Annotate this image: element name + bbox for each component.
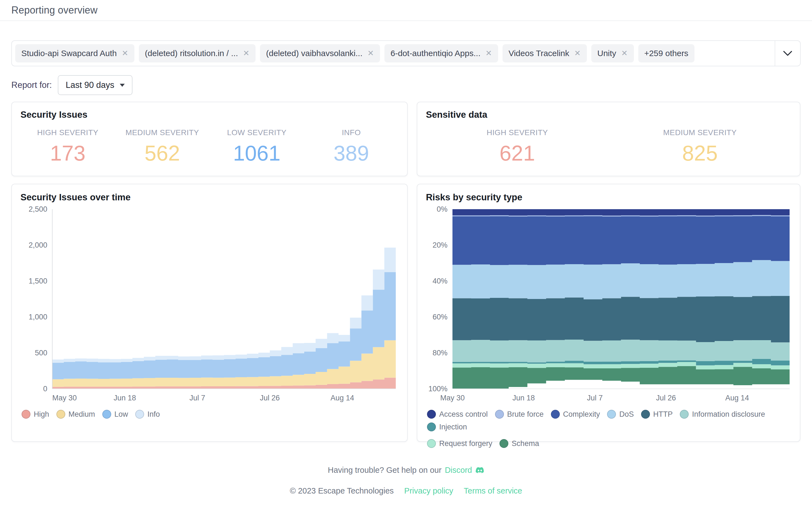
charts-row: Security Issues over time 05001,0001,500… [11,184,801,442]
legend-item-access-control[interactable]: Access control [427,410,488,419]
legend-item-http[interactable]: HTTP [641,410,673,419]
security-issues-over-time-chart[interactable]: 05001,0001,5002,0002,500May 30Jun 18Jul … [21,206,400,403]
stats-row: HIGH SEVERITY173MEDIUM SEVERITY562LOW SE… [21,122,399,165]
applications-multiselect[interactable]: Studio-api Swapcard Auth✕(deleted) ritso… [11,40,801,66]
legend-item-high[interactable]: High [22,410,49,419]
discord-icon [475,467,484,474]
stat-label: HIGH SEVERITY [21,128,115,137]
top-bar: Reporting overview [0,0,812,21]
legend-item-medium[interactable]: Medium [56,410,95,419]
stat-value: 825 [609,141,791,165]
legend-dot [427,422,436,431]
remove-chip-icon[interactable]: ✕ [621,49,627,57]
stat-high-severity: HIGH SEVERITY173 [21,122,115,165]
sensitive-data-card: Sensitive data HIGH SEVERITY621MEDIUM SE… [417,102,801,176]
expand-filters-button[interactable] [775,41,800,66]
legend-label: Information disclosure [692,410,765,419]
svg-text:2,000: 2,000 [29,241,47,249]
stat-label: HIGH SEVERITY [426,128,609,137]
legend-label: DoS [619,410,634,419]
svg-text:Jul 26: Jul 26 [260,394,280,402]
legend-item-low[interactable]: Low [102,410,128,419]
security-issues-card: Security Issues HIGH SEVERITY173MEDIUM S… [11,102,408,176]
svg-text:Aug 14: Aug 14 [331,394,354,402]
stat-high-severity: HIGH SEVERITY621 [426,122,609,165]
stat-cards-row: Security Issues HIGH SEVERITY173MEDIUM S… [11,102,801,176]
legend-label: Low [115,410,128,419]
legend-item-info[interactable]: Info [135,410,160,419]
filter-chip[interactable]: Unity✕ [591,44,634,63]
filter-chips: Studio-api Swapcard Auth✕(deleted) ritso… [15,44,694,63]
stat-info: INFO389 [304,122,399,165]
remove-chip-icon[interactable]: ✕ [574,49,581,57]
svg-text:2,500: 2,500 [29,206,47,213]
help-text: Having trouble? Get help on our [328,466,441,475]
svg-text:40%: 40% [433,277,447,285]
stat-label: MEDIUM SEVERITY [609,128,791,137]
filter-chip-label: (deleted) ritsolution.in / ... [145,48,238,58]
legend-dot [607,410,616,419]
stat-value: 389 [304,141,399,165]
legend-item-request-forgery[interactable]: Request forgery [427,439,492,448]
filter-chip[interactable]: Videos Tracelink✕ [502,44,587,63]
legend-item-information-disclosure[interactable]: Information disclosure [680,410,765,419]
legend-item-complexity[interactable]: Complexity [551,410,600,419]
severity-legend: HighMediumLowInfo [21,410,399,419]
svg-text:0%: 0% [437,206,447,213]
legend-dot [135,410,144,419]
filter-chip[interactable]: (deleted) vaibhavsolanki...✕ [260,44,380,63]
report-period-value: Last 90 days [66,80,114,90]
footer: Having trouble? Get help on our Discord … [11,466,801,509]
security-type-legend: Access controlBrute forceComplexityDoSHT… [426,410,791,448]
page-content: Studio-api Swapcard Auth✕(deleted) ritso… [0,40,812,509]
stat-value: 1061 [210,141,304,165]
stat-value: 173 [21,141,115,165]
svg-text:100%: 100% [428,385,447,393]
svg-text:Aug 14: Aug 14 [725,394,749,402]
stat-low-severity: LOW SEVERITY1061 [210,122,304,165]
chart-title: Security Issues over time [21,192,399,203]
filter-chip[interactable]: Studio-api Swapcard Auth✕ [15,44,134,63]
filter-chip[interactable]: 6-dot-authentiqio Apps...✕ [384,44,498,63]
remove-chip-icon[interactable]: ✕ [486,49,492,57]
report-for-label: Report for: [11,80,52,90]
legend-label: Access control [439,410,488,419]
legend-label: Info [148,410,160,419]
svg-text:Jul 26: Jul 26 [656,394,676,402]
chart-title: Risks by security type [426,192,791,203]
caret-down-icon [120,84,125,87]
card-title: Security Issues [21,109,399,120]
discord-link[interactable]: Discord [445,466,472,475]
stat-label: LOW SEVERITY [210,128,304,137]
legend-item-injection[interactable]: Injection [427,422,467,431]
remove-chip-icon[interactable]: ✕ [243,49,249,57]
filter-chip[interactable]: (deleted) ritsolution.in / ...✕ [139,44,255,63]
stat-value: 562 [115,141,210,165]
remove-chip-icon[interactable]: ✕ [368,49,374,57]
filter-chip-label: +259 others [645,48,688,58]
legend-item-schema[interactable]: Schema [499,439,539,448]
svg-text:1,000: 1,000 [29,313,47,321]
svg-text:May 30: May 30 [440,394,465,402]
legend-label: Medium [69,410,95,419]
privacy-policy-link[interactable]: Privacy policy [404,486,453,496]
stat-label: INFO [304,128,399,137]
risks-by-security-type-chart[interactable]: 0%20%40%60%80%100%May 30Jun 18Jul 7Jul 2… [426,206,792,403]
svg-text:May 30: May 30 [52,394,77,402]
filter-chip[interactable]: +259 others [638,44,694,63]
legal-line: © 2023 Escape Technologies Privacy polic… [11,486,801,496]
legend-label: HTTP [653,410,673,419]
page-title: Reporting overview [11,4,98,16]
stats-row: HIGH SEVERITY621MEDIUM SEVERITY825 [426,122,791,165]
svg-text:0: 0 [43,385,47,393]
filter-chip-label: Videos Tracelink [509,48,569,58]
risks-by-security-type-card: Risks by security type 0%20%40%60%80%100… [417,184,801,442]
remove-chip-icon[interactable]: ✕ [122,49,128,57]
terms-of-service-link[interactable]: Terms of service [464,486,522,496]
report-period-row: Report for: Last 90 days [11,75,801,95]
filter-chip-label: Studio-api Swapcard Auth [21,48,117,58]
legend-item-brute-force[interactable]: Brute force [495,410,544,419]
report-period-select[interactable]: Last 90 days [58,75,132,95]
copyright-text: © 2023 Escape Technologies [290,486,394,496]
legend-item-dos[interactable]: DoS [607,410,634,419]
